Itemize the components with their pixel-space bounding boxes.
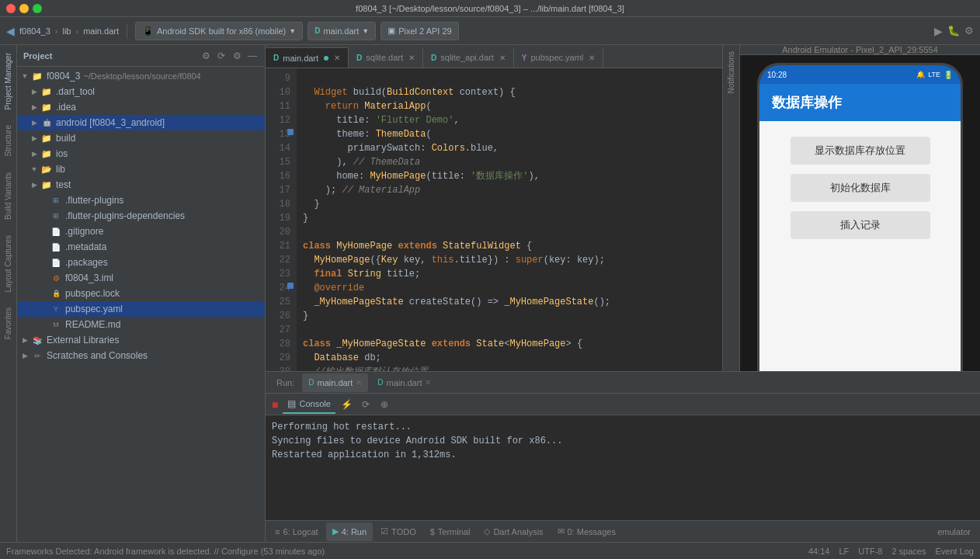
encoding: UTF-8 xyxy=(858,547,882,556)
tab-close-pubspec-yaml[interactable]: ✕ xyxy=(589,54,595,62)
phone-frame: 10:28 🔔 LTE 🔋 数据库操作 xyxy=(757,63,963,371)
tab-main-dart[interactable]: D main.dart ✕ xyxy=(266,47,349,68)
tab-sqlite-api-dart[interactable]: D sqlite_api.dart ✕ xyxy=(423,47,514,68)
tree-label-gitignore: .gitignore xyxy=(65,226,103,237)
close-button[interactable] xyxy=(6,4,16,13)
console-tab[interactable]: ▤ Console xyxy=(283,395,335,414)
tree-label-test: test xyxy=(56,179,71,190)
project-collapse-icon[interactable]: — xyxy=(246,50,259,62)
sidebar-build-variants[interactable]: Build Variants xyxy=(2,165,15,227)
sidebar-favorites[interactable]: Favorites xyxy=(2,300,15,347)
settings-icon[interactable]: ⚙ xyxy=(964,25,974,37)
tab-run[interactable]: ▶ 4: Run xyxy=(326,523,373,541)
project-header: Project ⚙ ⟳ ⚙ — xyxy=(17,45,265,67)
tree-label-android: android [f0804_3_android] xyxy=(56,117,165,128)
tab-terminal[interactable]: $ Terminal xyxy=(424,523,477,541)
run-tab-main-2[interactable]: D main.dart ✕ xyxy=(371,373,437,392)
right-label-notifications[interactable]: Notifications xyxy=(727,45,735,99)
md-icon: M xyxy=(50,318,62,331)
run-tab-dart-icon2: D xyxy=(377,378,383,387)
sidebar-layout-captures[interactable]: Layout Captures xyxy=(2,227,15,300)
tree-item-flutter-plugins-deps[interactable]: ▶ ⊞ .flutter-plugins-dependencies xyxy=(17,208,265,224)
tree-arrow-build: ▶ xyxy=(30,134,39,143)
sdk-selector[interactable]: 📱 Android SDK built for x86 (mobile) ▼ xyxy=(135,22,303,40)
project-panel: Project ⚙ ⟳ ⚙ — ▼ 📁 f0804_3 ~/Desktop/le… xyxy=(17,45,266,542)
project-settings-icon[interactable]: ⚙ xyxy=(200,50,212,62)
breadcrumb-project[interactable]: f0804_3 xyxy=(19,26,50,36)
android-icon: 🤖 xyxy=(40,116,53,129)
tab-messages[interactable]: ✉ 0: Messages xyxy=(551,523,622,541)
tree-item-test[interactable]: ▶ 📁 test xyxy=(17,177,265,193)
maximize-button[interactable] xyxy=(33,4,42,13)
console-reload-icon[interactable]: ⟳ xyxy=(359,398,373,411)
tree-item-iml[interactable]: ▶ ⚙ f0804_3.iml xyxy=(17,270,265,286)
tree-item-readme[interactable]: ▶ M README.md xyxy=(17,317,265,332)
phone-app-title: 数据库操作 xyxy=(772,93,842,112)
phone-time: 10:28 xyxy=(767,71,787,79)
tab-dart-analysis[interactable]: ◇ Dart Analysis xyxy=(478,523,549,541)
folder-icon5: 📁 xyxy=(40,179,53,191)
tree-item-scratches[interactable]: ▶ ✏ Scratches and Consoles xyxy=(17,348,265,363)
breadcrumb-lib[interactable]: lib xyxy=(62,26,71,36)
tree-item-root[interactable]: ▼ 📁 f0804_3 ~/Desktop/lesson/source/f080… xyxy=(17,68,265,84)
folder-icon4: 📁 xyxy=(40,148,53,160)
run-tab-close-2[interactable]: ✕ xyxy=(425,378,431,387)
sidebar-structure[interactable]: Structure xyxy=(2,117,15,165)
tree-item-idea[interactable]: ▶ 📁 .idea xyxy=(17,99,265,115)
status-bar: Frameworks Detected: Android framework i… xyxy=(0,542,980,559)
logcat-label: 6: Logcat xyxy=(283,527,318,536)
tree-item-metadata[interactable]: ▶ 📄 .metadata xyxy=(17,239,265,255)
phone-btn-label-1: 显示数据库存放位置 xyxy=(815,144,905,158)
run-tab-close-1[interactable]: ✕ xyxy=(356,378,362,387)
phone-battery-icon: 🔋 xyxy=(944,71,953,79)
phone-btn-1[interactable]: 显示数据库存放位置 xyxy=(791,137,930,165)
tree-item-dart-tool[interactable]: ▶ 📁 .dart_tool xyxy=(17,84,265,99)
tab-pubspec-yaml[interactable]: Y pubspec.yaml ✕ xyxy=(514,47,604,68)
tree-item-ios[interactable]: ▶ 📁 ios xyxy=(17,146,265,161)
project-filter-icon[interactable]: ⚙ xyxy=(231,50,243,62)
project-sync-icon[interactable]: ⟳ xyxy=(215,50,228,62)
tree-item-flutter-plugins[interactable]: ▶ ⊞ .flutter-plugins xyxy=(17,193,265,208)
tree-item-android[interactable]: ▶ 🤖 android [f0804_3_android] xyxy=(17,115,265,130)
tab-close-sqlite-api-dart[interactable]: ✕ xyxy=(499,54,506,62)
debug-icon[interactable]: 🐛 xyxy=(947,25,960,37)
sidebar-project-manager[interactable]: Project Manager xyxy=(2,45,15,117)
tree-item-external-libs[interactable]: ▶ 📚 External Libraries xyxy=(17,332,265,348)
run-label2: 4: Run xyxy=(342,527,367,536)
run-tab-main-1[interactable]: D main.dart ✕ xyxy=(302,373,368,392)
device-selector[interactable]: ▣ Pixel 2 API 29 xyxy=(381,22,459,40)
code-editor[interactable]: 9101112 13 14151617 18192021 2223 24 252… xyxy=(266,68,722,371)
minimize-button[interactable] xyxy=(19,4,29,13)
tree-item-packages[interactable]: ▶ 📄 .packages xyxy=(17,255,265,270)
run-icon[interactable]: ▶ xyxy=(934,25,943,37)
terminal-icon: $ xyxy=(430,527,435,536)
tree-item-gitignore[interactable]: ▶ 📄 .gitignore xyxy=(17,224,265,239)
tab-label-sqlite-api-dart: sqlite_api.dart xyxy=(440,53,494,62)
console-lightning-icon[interactable]: ⚡ xyxy=(340,398,354,411)
phone-btn-2[interactable]: 初始化数据库 xyxy=(791,174,930,202)
phone-btn-3[interactable]: 插入记录 xyxy=(791,211,930,239)
tab-close-main-dart[interactable]: ✕ xyxy=(334,54,340,62)
run-config-selector[interactable]: D main.dart ▼ xyxy=(308,22,376,40)
phone-btn-label-3: 插入记录 xyxy=(840,218,881,232)
tab-logcat[interactable]: ≡ 6: Logcat xyxy=(269,523,325,541)
project-toolbar-icons: ⚙ ⟳ ⚙ — xyxy=(200,50,259,62)
event-log[interactable]: Event Log xyxy=(935,547,974,556)
back-icon[interactable]: ◀ xyxy=(6,25,15,37)
tree-item-build[interactable]: ▶ 📁 build xyxy=(17,130,265,146)
tree-label-readme: README.md xyxy=(65,319,120,330)
tree-item-pubspec-lock[interactable]: ▶ 🔒 pubspec.lock xyxy=(17,286,265,301)
code-content[interactable]: Widget build(BuildContext context) { ret… xyxy=(297,68,722,371)
tree-item-lib[interactable]: ▼ 📂 lib xyxy=(17,161,265,177)
console-toolbar: ■ ▤ Console ⚡ ⟳ ⊕ xyxy=(266,394,980,415)
toolbar-sep1 xyxy=(127,23,127,39)
yaml-tab-icon: Y xyxy=(522,54,527,62)
tab-close-sqlite-dart[interactable]: ✕ xyxy=(408,54,415,62)
breadcrumb-file[interactable]: main.dart xyxy=(83,26,119,36)
tab-todo[interactable]: ☑ TODO xyxy=(374,523,422,541)
tab-sqlite-dart[interactable]: D sqlite.dart ✕ xyxy=(349,47,423,68)
console-settings-icon[interactable]: ⊕ xyxy=(377,398,391,411)
indent-size: 2 spaces xyxy=(891,547,926,556)
tree-item-pubspec-yaml[interactable]: ▶ Y pubspec.yaml xyxy=(17,301,265,317)
stop-button[interactable]: ■ xyxy=(272,398,278,411)
